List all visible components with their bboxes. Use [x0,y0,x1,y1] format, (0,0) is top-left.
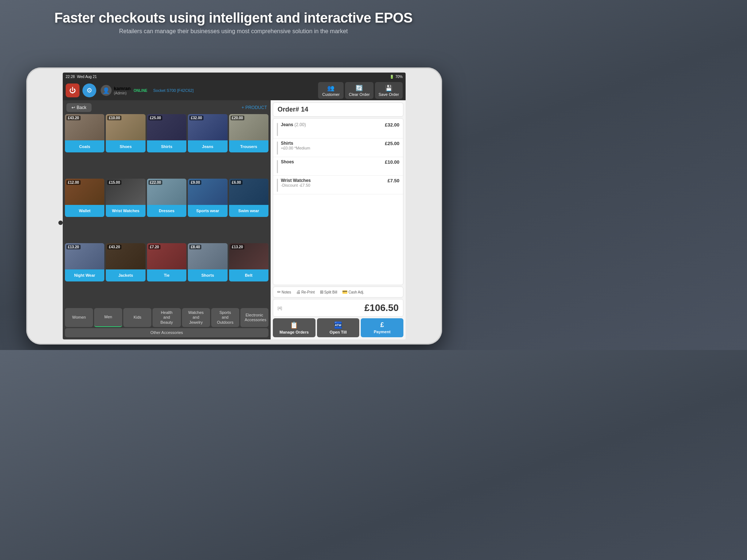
status-time: 22:28 [66,75,75,79]
order-item-details: Wrist Watches -Discount -£7.50 [281,178,387,187]
page-subtitle: Retailers can manage their businesses us… [0,28,467,35]
order-item[interactable]: Shirts +£0.00 *Medium £25.00 [273,139,403,157]
save-order-button[interactable]: 💾 Save Order [375,82,403,99]
product-name: Wallet [65,205,104,217]
back-button[interactable]: ↩ Back [66,103,92,112]
product-image: £12.00 [65,179,104,205]
order-item[interactable]: Jeans (2.00) £32.00 [273,120,403,139]
save-order-label: Save Order [379,92,399,97]
tablet-frame: 22:28 Wed Aug 21 🔋 70% ⏻ ⚙ 👤 kamran (Adm… [26,67,442,345]
product-card-sports-wear[interactable]: £9.00 Sports wear [188,179,227,217]
product-card-shoes[interactable]: £10.00 Shoes [106,114,145,152]
product-card-jeans[interactable]: £32.00 Jeans [188,114,227,152]
category-tab-kids[interactable]: Kids [123,308,151,327]
clear-icon: 🔄 [356,85,363,92]
product-image: £32.00 [188,114,227,140]
status-bar: 22:28 Wed Aug 21 🔋 70% [63,73,406,81]
product-card-dresses[interactable]: £22.00 Dresses [147,179,186,217]
order-item-name: Shirts [281,141,385,146]
product-price: £32.00 [189,116,204,120]
settings-button[interactable]: ⚙ [82,83,96,97]
order-item[interactable]: Shoes £10.00 [273,157,403,176]
product-name: Jeans [188,140,227,152]
order-item-sub: +£0.00 *Medium [281,146,385,150]
action-icon: 💳 [342,289,348,295]
status-date: Wed Aug 21 [77,75,97,79]
order-item-sub: -Discount -£7.50 [281,183,387,187]
product-card-tie[interactable]: £7.20 Tie [147,243,186,281]
product-card-swim-wear[interactable]: £6.00 Swim wear [229,179,268,217]
bottom-btn-label: Open Till [330,330,347,334]
product-card-wrist-watches[interactable]: £15.00 Wrist Watches [106,179,145,217]
product-card-night-wear[interactable]: £13.20 Night Wear [65,243,104,281]
order-item-name: Jeans (2.00) [281,122,385,127]
category-tab-other-accessories[interactable]: Other Accessories [65,328,268,337]
product-image: £15.00 [106,179,145,205]
action-label: Split Bill [324,290,337,294]
product-image: £20.00 [229,114,268,140]
product-card-shirts[interactable]: £25.00 Shirts [147,114,186,152]
product-price: £8.40 [189,245,201,249]
category-tab-electronic-accessories[interactable]: Electronic Accessories [240,308,268,327]
user-info: 👤 kamran (Admin) ONLINE [101,85,147,96]
category-tab-sports-and-outdoors[interactable]: Sports and Outdoors [211,308,239,327]
footer-action-split-bill[interactable]: ⊞Split Bill [318,288,339,296]
bottom-btn-icon: 🏧 [334,321,342,329]
order-total: [4] £106.50 [273,299,403,317]
product-price: £43.20 [66,116,81,120]
online-status: ONLINE [133,89,147,93]
power-button[interactable]: ⏻ [66,83,80,97]
product-card-shorts[interactable]: £8.40 Shorts [188,243,227,281]
action-label: Re-Print [301,290,315,294]
bottom-btn-payment[interactable]: £Payment [361,318,403,337]
category-tab-men[interactable]: Men [94,308,122,327]
product-image: £9.00 [188,179,227,205]
product-card-trousers[interactable]: £20.00 Trousers [229,114,268,152]
product-image: £6.00 [229,179,268,205]
tablet-screen: 22:28 Wed Aug 21 🔋 70% ⏻ ⚙ 👤 kamran (Adm… [63,73,406,339]
footer-action-cash-adj.[interactable]: 💳Cash Adj. [340,288,366,296]
product-card-wallet[interactable]: £12.00 Wallet [65,179,104,217]
add-product-button[interactable]: + PRODUCT [241,105,267,110]
order-item-bar [277,123,278,136]
back-arrow-icon: ↩ [71,105,75,110]
product-card-jackets[interactable]: £43.20 Jackets [106,243,145,281]
order-item[interactable]: Wrist Watches -Discount -£7.50 £7.50 [273,176,403,194]
category-tab-watches-and-jewelry[interactable]: Watches and Jewelry [182,308,210,327]
order-label: Order# [278,106,299,113]
bottom-btn-icon: £ [380,321,384,329]
product-name: Shoes [106,140,145,152]
action-label: Cash Adj. [348,290,364,294]
tablet-side-button[interactable] [58,221,63,225]
page-title: Faster checkouts using intelligent and i… [0,10,467,26]
category-tab-women[interactable]: Women [65,308,93,327]
user-role: (Admin) [114,91,131,95]
product-image: £25.00 [147,114,186,140]
user-name: kamran [114,86,131,91]
product-name: Sports wear [188,205,227,217]
product-card-coats[interactable]: £43.20 Coats [65,114,104,152]
product-price: £10.00 [107,116,121,120]
product-card-belt[interactable]: £13.20 Belt [229,243,268,281]
customer-button[interactable]: 👥 Customer [318,82,344,99]
top-bar-actions: 👥 Customer 🔄 Clear Order 💾 Save Order [318,82,403,99]
order-item-name: Shoes [281,159,385,164]
order-item-price: £25.00 [385,141,399,146]
product-price: £22.00 [148,180,163,185]
left-panel-header: ↩ Back + PRODUCT [65,102,268,113]
footer-action-notes[interactable]: ✏Notes [275,288,293,296]
add-product-label: + PRODUCT [241,105,267,110]
order-items-list: Jeans (2.00) £32.00 Shirts +£0.00 *Mediu… [273,118,403,285]
footer-action-re-print[interactable]: 🖨Re-Print [294,288,317,296]
product-price: £9.00 [189,180,201,185]
category-tab-health-and-beauty[interactable]: Health and Beauty [152,308,181,327]
order-item-details: Shoes [281,159,385,164]
bottom-btn-manage-orders[interactable]: 📋Manage Orders [273,318,316,337]
bottom-btn-icon: 📋 [290,321,298,329]
clear-order-label: Clear Order [349,92,369,97]
product-image: £22.00 [147,179,186,205]
bottom-btn-open-till[interactable]: 🏧Open Till [317,318,360,337]
product-name: Swim wear [229,205,268,217]
clear-order-button[interactable]: 🔄 Clear Order [345,82,373,99]
product-image: £43.20 [65,114,104,140]
